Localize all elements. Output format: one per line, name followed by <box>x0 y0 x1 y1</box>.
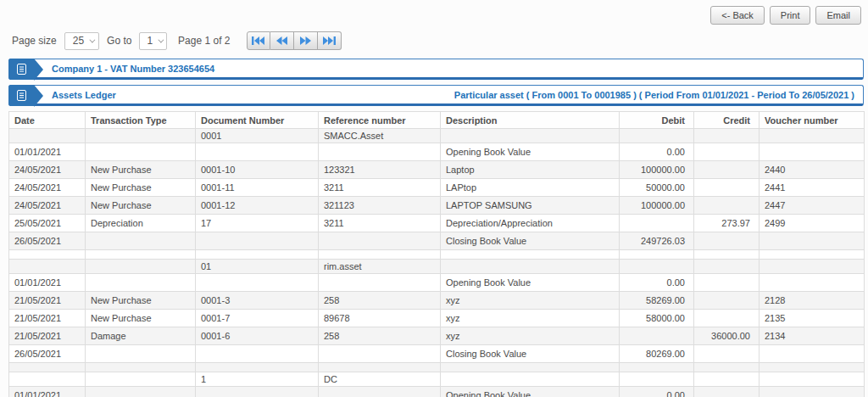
table-cell: 0.00 <box>620 387 694 397</box>
table-cell: 17 <box>196 215 319 232</box>
table-cell <box>319 387 441 397</box>
table-row: 26/05/2021Closing Book Value80269.00 <box>9 345 865 363</box>
table-cell: 249726.03 <box>620 232 694 250</box>
table-cell <box>694 310 760 327</box>
report-title: Assets Ledger <box>52 90 116 100</box>
table-cell: 3211 <box>319 215 441 232</box>
table-cell: 0.00 <box>620 143 694 161</box>
page-info: Page 1 of 2 <box>178 35 230 47</box>
table-cell <box>86 274 196 292</box>
table-cell: 26/05/2021 <box>9 345 86 363</box>
table-cell: 2447 <box>760 197 865 215</box>
toolbar: <- Back Print Email <box>0 0 868 25</box>
goto-page-select[interactable]: 1 <box>139 32 167 50</box>
pager-buttons <box>247 31 342 50</box>
chevron-down-icon <box>89 36 95 42</box>
table-cell <box>620 250 694 260</box>
table-cell: 3211 <box>319 179 441 197</box>
table-cell <box>694 161 760 179</box>
table-row: 1DC <box>9 372 865 387</box>
column-header: Debit <box>620 112 694 129</box>
table-cell: 1 <box>196 372 319 387</box>
table-cell <box>441 260 620 274</box>
table-cell <box>760 250 865 260</box>
report-filter-text: Particular asset ( From 0001 To 0001985 … <box>454 90 854 100</box>
table-row: 24/05/2021New Purchase0001-10123321Lapto… <box>9 161 865 179</box>
table-cell <box>620 260 694 274</box>
table-cell: 258 <box>319 292 441 310</box>
table-cell: New Purchase <box>86 292 196 310</box>
table-cell <box>760 372 865 387</box>
table-cell: rim.asset <box>319 260 441 274</box>
chevron-down-icon <box>158 36 164 42</box>
table-cell: 25/05/2021 <box>9 215 86 232</box>
document-icon <box>8 59 34 80</box>
table-cell: 100000.00 <box>620 161 694 179</box>
table-cell <box>441 372 620 387</box>
table-cell: 273.97 <box>694 215 760 232</box>
next-page-button[interactable] <box>294 31 318 50</box>
table-cell <box>196 345 319 363</box>
column-header: Credit <box>694 112 760 129</box>
table-cell <box>694 232 760 250</box>
table-cell: 01 <box>196 260 319 274</box>
table-cell <box>196 274 319 292</box>
table-cell <box>9 260 86 274</box>
first-page-button[interactable] <box>247 31 270 50</box>
table-cell <box>694 179 760 197</box>
table-cell <box>441 250 620 260</box>
table-cell <box>694 387 760 397</box>
table-cell <box>620 215 694 232</box>
table-cell <box>694 260 760 274</box>
ledger-table: DateTransaction TypeDocument NumberRefer… <box>8 111 865 397</box>
table-cell <box>760 387 865 397</box>
table-cell: 36000.00 <box>694 327 760 345</box>
last-page-button[interactable] <box>318 31 342 50</box>
page-size-select[interactable]: 25 <box>64 32 99 50</box>
table-cell: DC <box>319 372 441 387</box>
table-cell: 0.00 <box>620 274 694 292</box>
company-title: Company 1 - VAT Number 323654654 <box>52 64 214 74</box>
table-cell: 2441 <box>760 179 865 197</box>
table-cell <box>760 363 865 372</box>
table-cell <box>86 250 196 260</box>
table-row: 21/05/2021Damage0001-6258xyz36000.002134 <box>9 327 865 345</box>
table-cell <box>196 387 319 397</box>
back-button[interactable]: <- Back <box>710 6 765 25</box>
previous-page-button[interactable] <box>270 31 294 50</box>
table-cell: 0001-3 <box>196 292 319 310</box>
table-cell <box>86 129 196 143</box>
table-cell <box>760 129 865 143</box>
print-button[interactable]: Print <box>770 6 811 25</box>
column-header: Reference number <box>319 112 441 129</box>
table-cell <box>694 197 760 215</box>
table-cell <box>86 372 196 387</box>
table-cell: 26/05/2021 <box>9 232 86 250</box>
table-cell: 21/05/2021 <box>9 327 86 345</box>
company-banner: Company 1 - VAT Number 323654654 <box>8 59 864 80</box>
table-cell: SMACC.Asset <box>319 129 441 143</box>
table-cell: xyz <box>441 292 620 310</box>
column-header: Transaction Type <box>86 112 196 129</box>
table-cell <box>441 129 620 143</box>
table-cell <box>319 345 441 363</box>
table-cell: Closing Book Value <box>441 232 620 250</box>
table-cell: Opening Book Value <box>441 387 620 397</box>
email-button[interactable]: Email <box>815 6 861 25</box>
table-cell: LAPtop <box>441 179 620 197</box>
goto-label: Go to <box>107 35 131 47</box>
table-cell <box>760 260 865 274</box>
table-cell <box>9 129 86 143</box>
table-cell: 0001 <box>196 129 319 143</box>
table-cell <box>694 345 760 363</box>
column-header: Description <box>441 112 620 129</box>
table-cell <box>694 143 760 161</box>
pagination-bar: Page size 25 Go to 1 Page 1 of 2 <box>0 25 868 59</box>
table-cell <box>86 363 196 372</box>
table-cell: LAPTOP SAMSUNG <box>441 197 620 215</box>
table-cell <box>694 250 760 260</box>
table-cell <box>196 250 319 260</box>
table-cell: Depreciation <box>86 215 196 232</box>
table-cell <box>319 363 441 372</box>
table-cell: 0001-10 <box>196 161 319 179</box>
